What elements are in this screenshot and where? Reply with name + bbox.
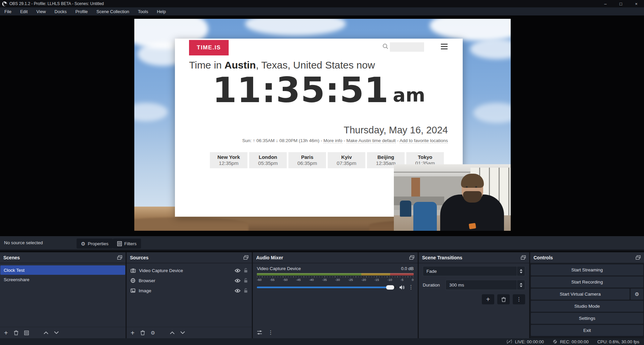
popout-icon[interactable] — [521, 255, 526, 260]
mixer-channel-menu-icon[interactable]: ⋮ — [408, 285, 414, 290]
controls-title: Controls — [534, 255, 553, 260]
source-row-image[interactable]: Image — [127, 286, 252, 296]
menu-edit[interactable]: Edit — [16, 7, 32, 15]
minimize-button[interactable]: – — [598, 0, 613, 7]
gear-icon: ⚙ — [635, 292, 639, 297]
preview-canvas[interactable]: TIME.IS Time in Austin, Texas, United St… — [134, 19, 511, 231]
properties-button[interactable]: ⚙ Properties — [77, 239, 113, 249]
cloud-shape — [473, 103, 511, 123]
search-input[interactable] — [390, 42, 424, 52]
transition-select-arrows[interactable] — [517, 266, 525, 276]
meter-scale: -60-55-50-45-40-35-30-25-20-15-10-50 — [257, 278, 414, 282]
visibility-eye-icon[interactable] — [235, 289, 240, 293]
source-row-browser[interactable]: Browser — [127, 275, 252, 286]
page-title: Time in Austin, Texas, United States now — [189, 59, 375, 71]
transition-select[interactable]: Fade — [423, 266, 525, 276]
timeis-logo: TIME.IS — [189, 40, 229, 55]
maximize-button[interactable]: □ — [613, 0, 629, 7]
audio-mixer-panel: Audio Mixer Video Capture Device 0.0 dB … — [253, 252, 418, 338]
add-scene-button[interactable]: + — [4, 330, 8, 336]
image-icon — [131, 289, 135, 293]
add-favorite-link[interactable]: Add to favorite locations — [400, 138, 448, 143]
remove-source-button[interactable] — [140, 330, 145, 335]
move-scene-up-button[interactable] — [44, 331, 48, 334]
remove-scene-button[interactable] — [14, 330, 18, 335]
dock-panels: Scenes Clock Test Screenshare + — [0, 252, 644, 338]
world-clock-kyiv[interactable]: Kyiv 07:35pm — [328, 152, 365, 168]
visibility-eye-icon[interactable] — [235, 269, 240, 272]
cloud-shape — [134, 103, 168, 121]
speaker-icon[interactable] — [399, 285, 405, 290]
rec-status: REC: 00:00:00 — [553, 339, 589, 344]
lock-icon[interactable] — [244, 288, 248, 293]
controls-panel: Controls Start Streaming Start Recording… — [530, 252, 644, 338]
world-clock-newyork[interactable]: New York 12:35pm — [210, 152, 247, 168]
move-scene-down-button[interactable] — [54, 331, 59, 334]
menu-help[interactable]: Help — [152, 7, 170, 15]
mixer-channel-name: Video Capture Device — [257, 266, 301, 271]
move-source-down-button[interactable] — [180, 331, 185, 334]
popout-icon[interactable] — [117, 255, 122, 260]
add-transition-button[interactable]: + — [482, 294, 494, 304]
mixer-level-db: 0.0 dB — [401, 266, 414, 271]
camera-icon — [131, 268, 136, 273]
start-streaming-button[interactable]: Start Streaming — [531, 264, 643, 275]
menu-file[interactable]: File — [0, 7, 16, 15]
webcam-overlay[interactable] — [394, 164, 511, 231]
add-source-button[interactable]: + — [131, 330, 135, 336]
advanced-audio-properties-button[interactable] — [257, 330, 262, 335]
make-default-link[interactable]: Make Austin time default — [347, 138, 396, 143]
volume-slider[interactable] — [257, 287, 396, 288]
source-row-video-capture[interactable]: Video Capture Device — [127, 265, 252, 275]
window-title: OBS 29.1.2 - Profile: LLHLS BETA - Scene… — [9, 1, 104, 6]
lock-icon[interactable] — [244, 278, 248, 283]
preview-area: TIME.IS Time in Austin, Texas, United St… — [0, 15, 644, 236]
start-virtual-camera-button[interactable]: Start Virtual Camera — [531, 289, 630, 300]
current-time: 11:35:51 am — [175, 71, 463, 109]
exit-button[interactable]: Exit — [531, 325, 643, 336]
live-status: LIVE: 00:00:00 — [506, 339, 544, 344]
performance-stats: CPU: 0.6%, 30.00 fps — [597, 339, 639, 344]
more-info-link[interactable]: More info — [323, 138, 342, 143]
filters-button[interactable]: Filters — [113, 239, 141, 249]
popout-icon[interactable] — [409, 255, 414, 260]
duration-spin-arrows[interactable] — [517, 280, 525, 290]
scene-transitions-panel: Scene Transitions Fade Duration 300 ms — [419, 252, 529, 338]
scene-item-screenshare[interactable]: Screenshare — [0, 275, 125, 284]
transition-properties-menu-button[interactable]: ⋮ — [513, 294, 525, 304]
world-clock-london[interactable]: London 05:35pm — [249, 152, 287, 168]
start-recording-button[interactable]: Start Recording — [531, 276, 643, 288]
source-toolbar: No source selected ⚙ Properties Filters — [0, 236, 644, 251]
menu-tools[interactable]: Tools — [134, 7, 152, 15]
virtual-camera-settings-button[interactable]: ⚙ — [631, 289, 643, 300]
mixer-menu-icon[interactable]: ⋮ — [268, 330, 273, 335]
menu-docks[interactable]: Docks — [50, 7, 71, 15]
popout-icon[interactable] — [636, 255, 641, 260]
remove-transition-button[interactable] — [497, 294, 510, 304]
visibility-eye-icon[interactable] — [235, 279, 240, 283]
time-digits: 11:35:51 — [213, 71, 389, 109]
status-bar: LIVE: 00:00:00 REC: 00:00:00 CPU: 0.6%, … — [0, 338, 644, 345]
scene-item-clock-test[interactable]: Clock Test — [0, 265, 125, 275]
volume-slider-handle[interactable] — [386, 285, 394, 290]
lock-icon[interactable] — [244, 268, 248, 273]
menu-profile[interactable]: Profile — [71, 7, 92, 15]
close-button[interactable]: × — [629, 0, 644, 7]
scenes-title: Scenes — [3, 255, 20, 260]
current-date: Thursday, May 16, 2024 — [343, 125, 448, 136]
source-status-text: No source selected — [4, 240, 43, 245]
menu-scene-collection[interactable]: Scene Collection — [92, 7, 134, 15]
duration-label: Duration — [423, 283, 442, 288]
scenes-panel: Scenes Clock Test Screenshare + — [0, 252, 126, 338]
sources-panel: Sources Video Capture Device Browser — [127, 252, 252, 338]
hamburger-menu-icon[interactable] — [441, 44, 448, 51]
move-source-up-button[interactable] — [170, 331, 175, 334]
source-properties-gear-icon[interactable]: ⚙ — [151, 330, 155, 335]
studio-mode-button[interactable]: Studio Mode — [531, 301, 643, 312]
duration-spinbox[interactable]: 300 ms — [446, 280, 525, 290]
world-clock-paris[interactable]: Paris 06:35pm — [288, 152, 326, 168]
scene-filters-button[interactable] — [24, 331, 29, 335]
menu-view[interactable]: View — [32, 7, 50, 15]
popout-icon[interactable] — [243, 255, 248, 260]
settings-button[interactable]: Settings — [531, 313, 643, 324]
